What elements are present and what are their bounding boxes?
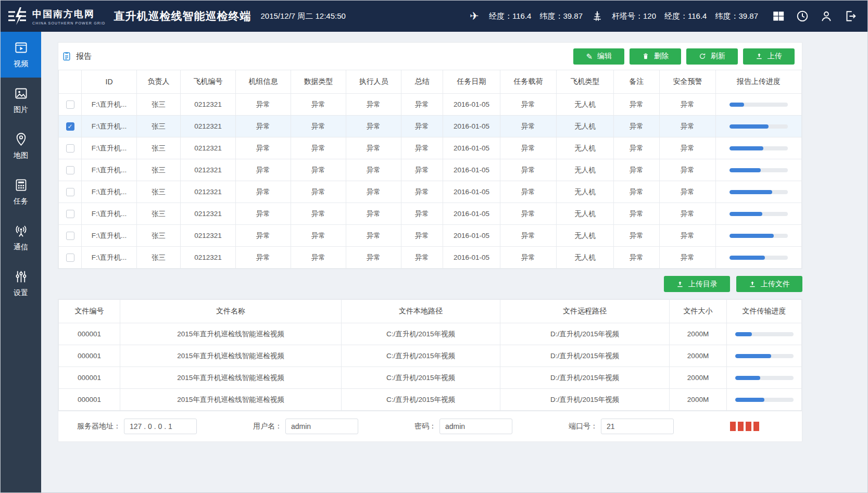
- tasks-icon: [14, 178, 28, 192]
- signal-block: [738, 422, 744, 431]
- table-cell: 异常: [291, 225, 346, 247]
- table-cell: 无人机: [557, 247, 614, 269]
- table-cell: 2016-01-05: [443, 94, 500, 116]
- table-cell: 0212321: [181, 181, 236, 203]
- row-checkbox[interactable]: [66, 210, 74, 218]
- username-input[interactable]: [285, 419, 358, 434]
- row-checkbox[interactable]: [66, 100, 74, 109]
- table-cell: 无人机: [557, 181, 614, 203]
- tower-latitude-value: 纬度：39.87: [715, 11, 758, 21]
- table-cell: 异常: [614, 203, 660, 225]
- column-header: 文件编号: [59, 300, 120, 323]
- row-checkbox[interactable]: [66, 232, 74, 240]
- windows-icon[interactable]: [772, 9, 785, 23]
- sidebar-item-video[interactable]: 视频: [1, 32, 41, 78]
- table-cell: 2016-01-05: [443, 159, 500, 181]
- table-cell: C:/直升机/2015年视频: [342, 367, 500, 389]
- table-cell: 张三: [137, 159, 181, 181]
- sidebar-item-label: 图片: [14, 105, 28, 115]
- image-icon: [14, 86, 28, 100]
- file-row: 0000012015年直升机巡检线智能巡检视频C:/直升机/2015年视频D:/…: [59, 345, 802, 367]
- table-cell: 2016-01-05: [443, 247, 500, 269]
- table-cell: 异常: [500, 116, 557, 137]
- file-row: 0000012015年直升机巡检线智能巡检视频C:/直升机/2015年视频D:/…: [59, 323, 802, 345]
- table-cell: 异常: [236, 94, 291, 116]
- table-cell: 2000M: [670, 367, 727, 389]
- column-header: 文件远程路径: [500, 300, 670, 323]
- server-address-input[interactable]: [124, 419, 197, 434]
- report-row: F:\直升机...张三0212321异常异常异常异常2016-01-05异常无人…: [59, 247, 802, 269]
- table-cell: 异常: [291, 94, 346, 116]
- row-checkbox[interactable]: [66, 166, 74, 174]
- table-cell: 2016-01-05: [443, 181, 500, 203]
- upload-icon: [676, 281, 684, 288]
- table-cell: D:/直升机/2015年视频: [500, 367, 670, 389]
- table-cell: D:/直升机/2015年视频: [500, 323, 670, 345]
- table-cell: 0212321: [181, 116, 236, 137]
- row-checkbox[interactable]: [66, 144, 74, 153]
- column-header: 执行人员: [346, 70, 401, 94]
- table-cell: F:\直升机...: [82, 247, 137, 269]
- table-cell: 异常: [236, 159, 291, 181]
- aircraft-gps-stats: ✈ 经度：116.4 纬度：39.87: [468, 10, 583, 22]
- sidebar-item-settings[interactable]: 设置: [1, 261, 41, 307]
- table-cell: 异常: [614, 116, 660, 137]
- user-icon[interactable]: [820, 9, 833, 23]
- column-header: 文件传输进度: [727, 300, 802, 323]
- logout-icon[interactable]: [844, 9, 857, 23]
- table-cell: 异常: [291, 116, 346, 137]
- tower-number-value: 杆塔号：120: [612, 11, 656, 21]
- table-cell: 异常: [401, 247, 443, 269]
- table-cell: 异常: [291, 159, 346, 181]
- sidebar-item-label: 设置: [14, 288, 28, 298]
- upload-button[interactable]: 上传: [743, 48, 795, 65]
- delete-button-label: 删除: [654, 52, 669, 61]
- table-cell: 异常: [236, 247, 291, 269]
- table-cell: 异常: [401, 94, 443, 116]
- report-row: F:\直升机...张三0212321异常异常异常异常2016-01-05异常无人…: [59, 225, 802, 247]
- latitude-value: 纬度：39.87: [539, 11, 583, 21]
- table-cell: 异常: [346, 181, 401, 203]
- table-cell: 2015年直升机巡检线智能巡检视频: [120, 367, 342, 389]
- upload-icon: [756, 53, 763, 60]
- upload-directory-label: 上传目录: [688, 280, 718, 289]
- table-cell: 2000M: [670, 323, 727, 345]
- column-header: 数据类型: [291, 70, 346, 94]
- port-input[interactable]: [601, 419, 674, 434]
- table-cell: 异常: [614, 94, 660, 116]
- edit-button[interactable]: ✎ 编辑: [573, 48, 624, 65]
- sidebar-item-images[interactable]: 图片: [1, 78, 41, 123]
- history-clock-icon[interactable]: [796, 9, 809, 23]
- row-checkbox[interactable]: [66, 188, 74, 196]
- edit-button-label: 编辑: [597, 52, 612, 61]
- row-checkbox[interactable]: [66, 122, 74, 131]
- table-cell: 异常: [500, 94, 557, 116]
- progress-bar: [729, 124, 788, 129]
- upload-file-button[interactable]: 上传文件: [736, 276, 802, 292]
- table-cell: 异常: [660, 159, 716, 181]
- table-cell: 张三: [137, 247, 181, 269]
- report-row: F:\直升机...张三0212321异常异常异常异常2016-01-05异常无人…: [59, 137, 802, 159]
- delete-button[interactable]: 删除: [630, 48, 681, 65]
- report-row: F:\直升机...张三0212321异常异常异常异常2016-01-05异常无人…: [59, 203, 802, 225]
- sidebar-item-label: 通信: [14, 243, 28, 252]
- table-cell: 异常: [614, 181, 660, 203]
- table-cell: 张三: [137, 116, 181, 137]
- refresh-button[interactable]: 刷新: [686, 48, 738, 65]
- sidebar-item-map[interactable]: 地图: [1, 123, 41, 169]
- row-checkbox[interactable]: [66, 254, 74, 262]
- page-title: 报告: [76, 52, 92, 61]
- table-cell: 异常: [660, 203, 716, 225]
- upload-directory-button[interactable]: 上传目录: [664, 276, 730, 292]
- username-label: 用户名：: [253, 422, 282, 431]
- antenna-icon: [14, 224, 28, 238]
- column-header: 机组信息: [236, 70, 291, 94]
- table-cell: 异常: [236, 225, 291, 247]
- refresh-icon: [699, 53, 706, 60]
- sidebar-item-tasks[interactable]: 任务: [1, 169, 41, 215]
- sidebar-item-communication[interactable]: 通信: [1, 215, 41, 261]
- password-input[interactable]: [439, 419, 512, 434]
- table-cell: 000001: [59, 367, 120, 389]
- column-header: 飞机类型: [557, 70, 614, 94]
- column-header: 任务日期: [443, 70, 500, 94]
